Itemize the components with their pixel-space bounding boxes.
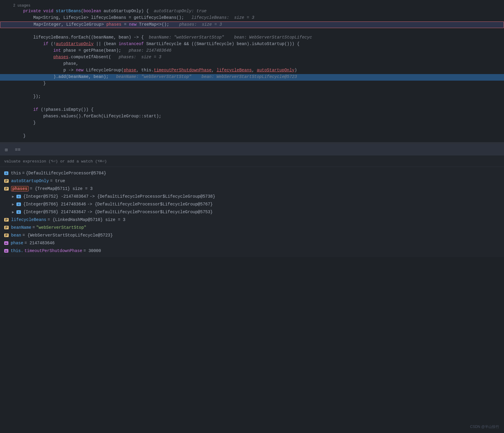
variable: autoStartupOnly [257, 68, 294, 73]
variable: phases [53, 55, 68, 59]
badge-p: P [4, 179, 9, 183]
code-line: private void startBeans(boolean autoStar… [0, 8, 504, 15]
line-content: phases.values().forEach(LifecycleGroup::… [12, 114, 504, 119]
expand-arrow[interactable]: ▶ [12, 210, 14, 214]
var-name: beanName [11, 225, 31, 230]
var-name: {Integer@5752} -2147483647 [23, 194, 88, 199]
punc: ( [81, 9, 83, 13]
debug-panel: ⊞ ≡≡ valuate expression (⌥⏎) or add a wa… [0, 143, 504, 257]
variable: lifecycleBeans [217, 68, 252, 73]
badge-p: P [4, 218, 9, 222]
var-name: {Integer@5758} 2147483647 [23, 210, 86, 214]
keyword: new [129, 22, 139, 27]
code: , [212, 68, 217, 73]
function-name: startBeans [56, 9, 81, 13]
phases-child-item[interactable]: ▶ ≡ {Integer@5758} 2147483647 -> {Defaul… [0, 208, 504, 216]
code-line: phase, [0, 61, 504, 67]
badge-list: ≡ [16, 195, 21, 198]
code-line: if (!autoStartupOnly || (bean instanceof… [0, 41, 504, 48]
badge-p: P [4, 226, 9, 229]
code-line: } [0, 81, 504, 87]
variable-item[interactable]: P autoStartupOnly = true [0, 177, 504, 185]
variable: phases [106, 22, 121, 27]
phases-variable-item[interactable]: P phases = {TreeMap@5711} size = 3 [0, 185, 504, 193]
param: autoStartupOnly) { [103, 9, 154, 13]
code: , this. [136, 68, 154, 73]
var-name: lifecycleBeans [11, 217, 46, 222]
expression-bar[interactable]: valuate expression (⌥⏎) or add a watch (… [0, 156, 504, 167]
hint: beanName: "webServerStartStop" bean: Web… [116, 74, 297, 79]
var-string-value: "webServerStartStop" [36, 225, 86, 230]
variable-item[interactable]: ∞ phase = 2147483646 [0, 239, 504, 247]
var-value: -> {DefaultLifecycleProcessor$LifecycleG… [87, 210, 213, 214]
var-name: autoStartupOnly [11, 179, 49, 183]
code: phases.values().forEach(LifecycleGroup::… [43, 114, 161, 119]
var-name: this. [11, 248, 23, 253]
keyword: if [33, 107, 41, 112]
variable-item[interactable]: ∞ this.timeoutPerShutdownPhase = 30000 [0, 247, 504, 255]
line-content: } [12, 81, 504, 86]
code-line: phases.computeIfAbsent( phases: size = 3 [0, 54, 504, 61]
hint: lifecycleBeans: size = 3 [192, 15, 254, 20]
watermark: CSDN @半山惊竹 [470, 424, 499, 429]
code: TreeMap<>(); [139, 22, 179, 27]
variable-item[interactable]: P lifecycleBeans = {LinkedHashMap@5710} … [0, 216, 504, 224]
hint: phases: size = 3 [119, 55, 161, 59]
var-name: phase [11, 241, 23, 245]
keyword: private [23, 9, 43, 13]
hint: phase: 2147483646 [129, 48, 171, 53]
code: } [33, 120, 36, 125]
line-content: }); [12, 94, 504, 99]
line-content: if (!autoStartupOnly || (bean instanceof… [12, 42, 504, 46]
badge-list: ≡ [16, 202, 21, 206]
code: Map<Integer, LifecycleGroup> [33, 22, 106, 27]
code: ).add(beanName, bean); [53, 74, 116, 79]
code: phase = getPhase(bean); [63, 48, 129, 53]
line-content: lifecycleBeans.forEach((beanName, bean) … [12, 35, 504, 40]
code: lifecycleBeans.forEach((beanName, bean) … [33, 35, 149, 40]
var-name-accent: timeoutPerShutdownPhase [25, 248, 82, 253]
line-content: } [12, 133, 504, 138]
var-value: = 2147483646 [25, 241, 55, 245]
code: Map<String, Lifecycle> lifecycleBeans = … [33, 15, 191, 20]
keyword: boolean [83, 9, 103, 13]
highlighted-code-line: Map<Integer, LifecycleGroup> phases = ne… [0, 22, 504, 28]
debug-toolbar: ⊞ ≡≡ [0, 144, 504, 156]
var-equals: = true [50, 179, 65, 183]
debug-variables: ≡ this = {DefaultLifecycleProcessor@5704… [0, 167, 504, 257]
code-line: lifecycleBeans.forEach((beanName, bean) … [0, 35, 504, 41]
grid-icon[interactable]: ⊞ [4, 146, 9, 154]
line-content: } [12, 120, 504, 125]
line-content: private void startBeans(boolean autoStar… [12, 9, 504, 13]
hint: beanName: "webServerStartStop" bean: Web… [149, 35, 312, 40]
code-line: } [0, 133, 504, 140]
code: } [23, 133, 26, 138]
code: phase, [63, 61, 78, 66]
keyword: void [43, 9, 56, 13]
badge-p: P [4, 187, 9, 191]
keyword: instanceof [119, 42, 146, 46]
phases-child-item[interactable]: ▶ ≡ {Integer@5752} -2147483647 -> {Defau… [0, 193, 504, 200]
usage-count: 2 usages [0, 2, 504, 8]
code-line: } [0, 120, 504, 127]
variable-item[interactable]: ≡ this = {DefaultLifecycleProcessor@5704… [0, 169, 504, 177]
var-value: = [33, 225, 35, 230]
expand-arrow[interactable]: ▶ [12, 202, 14, 207]
line-content: p -> new LifecycleGroup(phase, this.time… [12, 68, 504, 73]
var-value: = 30000 [83, 248, 101, 253]
badge-list: ≡ [16, 210, 21, 214]
code-line [0, 87, 504, 94]
phases-child-item[interactable]: ▶ ≡ {Integer@5766} 2147483646 -> {Defaul… [0, 200, 504, 208]
var-value: -> {DefaultLifecycleProcessor$LifecycleG… [87, 202, 213, 207]
code-line: if (!phases.isEmpty()) { [0, 107, 504, 113]
list-icon[interactable]: ≡≡ [14, 146, 22, 154]
var-equals: = [22, 171, 25, 176]
code: } [43, 81, 46, 86]
code-line [0, 100, 504, 107]
code-line [0, 28, 504, 35]
active-code-line: ).add(beanName, bean); beanName: "webSer… [0, 74, 504, 81]
variable-item[interactable]: P bean = {WebServerStartStopLifecycle@57… [0, 231, 504, 239]
line-content: Map<Integer, LifecycleGroup> phases = ne… [12, 22, 504, 27]
variable-item[interactable]: P beanName = "webServerStartStop" [0, 224, 504, 231]
expand-arrow[interactable]: ▶ [12, 194, 14, 199]
